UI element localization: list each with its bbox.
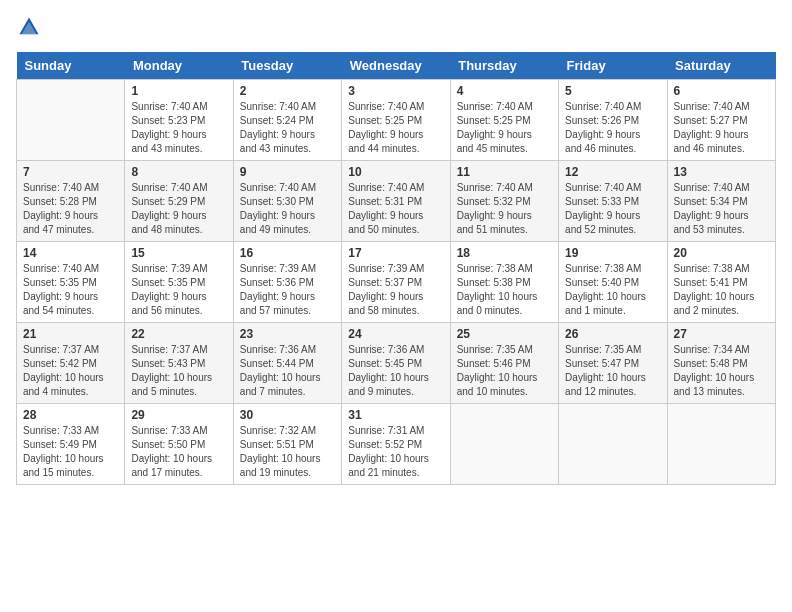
calendar-cell: 9Sunrise: 7:40 AM Sunset: 5:30 PM Daylig… xyxy=(233,161,341,242)
day-number: 30 xyxy=(240,408,335,422)
day-info: Sunrise: 7:40 AM Sunset: 5:27 PM Dayligh… xyxy=(674,100,769,156)
calendar-cell: 22Sunrise: 7:37 AM Sunset: 5:43 PM Dayli… xyxy=(125,323,233,404)
calendar-cell: 24Sunrise: 7:36 AM Sunset: 5:45 PM Dayli… xyxy=(342,323,450,404)
day-info: Sunrise: 7:40 AM Sunset: 5:23 PM Dayligh… xyxy=(131,100,226,156)
day-of-week-header: Saturday xyxy=(667,52,775,80)
calendar-cell: 13Sunrise: 7:40 AM Sunset: 5:34 PM Dayli… xyxy=(667,161,775,242)
day-info: Sunrise: 7:37 AM Sunset: 5:43 PM Dayligh… xyxy=(131,343,226,399)
day-of-week-header: Thursday xyxy=(450,52,558,80)
day-number: 20 xyxy=(674,246,769,260)
day-info: Sunrise: 7:35 AM Sunset: 5:47 PM Dayligh… xyxy=(565,343,660,399)
day-number: 8 xyxy=(131,165,226,179)
day-number: 24 xyxy=(348,327,443,341)
calendar-cell: 3Sunrise: 7:40 AM Sunset: 5:25 PM Daylig… xyxy=(342,80,450,161)
calendar-cell: 26Sunrise: 7:35 AM Sunset: 5:47 PM Dayli… xyxy=(559,323,667,404)
day-info: Sunrise: 7:40 AM Sunset: 5:28 PM Dayligh… xyxy=(23,181,118,237)
day-info: Sunrise: 7:39 AM Sunset: 5:36 PM Dayligh… xyxy=(240,262,335,318)
day-number: 22 xyxy=(131,327,226,341)
page-header xyxy=(16,16,776,42)
day-number: 14 xyxy=(23,246,118,260)
day-info: Sunrise: 7:37 AM Sunset: 5:42 PM Dayligh… xyxy=(23,343,118,399)
calendar-week-row: 21Sunrise: 7:37 AM Sunset: 5:42 PM Dayli… xyxy=(17,323,776,404)
calendar-header-row: SundayMondayTuesdayWednesdayThursdayFrid… xyxy=(17,52,776,80)
day-info: Sunrise: 7:38 AM Sunset: 5:40 PM Dayligh… xyxy=(565,262,660,318)
calendar-cell: 14Sunrise: 7:40 AM Sunset: 5:35 PM Dayli… xyxy=(17,242,125,323)
day-number: 13 xyxy=(674,165,769,179)
day-info: Sunrise: 7:38 AM Sunset: 5:38 PM Dayligh… xyxy=(457,262,552,318)
day-number: 2 xyxy=(240,84,335,98)
day-number: 6 xyxy=(674,84,769,98)
day-info: Sunrise: 7:34 AM Sunset: 5:48 PM Dayligh… xyxy=(674,343,769,399)
logo xyxy=(16,16,42,42)
day-of-week-header: Friday xyxy=(559,52,667,80)
day-of-week-header: Sunday xyxy=(17,52,125,80)
day-number: 25 xyxy=(457,327,552,341)
day-info: Sunrise: 7:40 AM Sunset: 5:34 PM Dayligh… xyxy=(674,181,769,237)
calendar-cell: 7Sunrise: 7:40 AM Sunset: 5:28 PM Daylig… xyxy=(17,161,125,242)
calendar-cell: 16Sunrise: 7:39 AM Sunset: 5:36 PM Dayli… xyxy=(233,242,341,323)
calendar-cell: 27Sunrise: 7:34 AM Sunset: 5:48 PM Dayli… xyxy=(667,323,775,404)
logo-icon xyxy=(18,16,40,38)
day-number: 4 xyxy=(457,84,552,98)
day-number: 17 xyxy=(348,246,443,260)
day-info: Sunrise: 7:40 AM Sunset: 5:29 PM Dayligh… xyxy=(131,181,226,237)
calendar-cell: 23Sunrise: 7:36 AM Sunset: 5:44 PM Dayli… xyxy=(233,323,341,404)
calendar-week-row: 28Sunrise: 7:33 AM Sunset: 5:49 PM Dayli… xyxy=(17,404,776,485)
day-info: Sunrise: 7:39 AM Sunset: 5:37 PM Dayligh… xyxy=(348,262,443,318)
calendar-cell: 2Sunrise: 7:40 AM Sunset: 5:24 PM Daylig… xyxy=(233,80,341,161)
day-info: Sunrise: 7:36 AM Sunset: 5:44 PM Dayligh… xyxy=(240,343,335,399)
day-info: Sunrise: 7:40 AM Sunset: 5:35 PM Dayligh… xyxy=(23,262,118,318)
calendar-cell: 15Sunrise: 7:39 AM Sunset: 5:35 PM Dayli… xyxy=(125,242,233,323)
day-number: 1 xyxy=(131,84,226,98)
day-number: 19 xyxy=(565,246,660,260)
day-info: Sunrise: 7:40 AM Sunset: 5:25 PM Dayligh… xyxy=(348,100,443,156)
calendar-cell xyxy=(450,404,558,485)
day-of-week-header: Monday xyxy=(125,52,233,80)
calendar-week-row: 7Sunrise: 7:40 AM Sunset: 5:28 PM Daylig… xyxy=(17,161,776,242)
day-number: 28 xyxy=(23,408,118,422)
calendar-cell: 18Sunrise: 7:38 AM Sunset: 5:38 PM Dayli… xyxy=(450,242,558,323)
day-info: Sunrise: 7:39 AM Sunset: 5:35 PM Dayligh… xyxy=(131,262,226,318)
calendar-cell: 21Sunrise: 7:37 AM Sunset: 5:42 PM Dayli… xyxy=(17,323,125,404)
day-of-week-header: Tuesday xyxy=(233,52,341,80)
calendar-cell: 20Sunrise: 7:38 AM Sunset: 5:41 PM Dayli… xyxy=(667,242,775,323)
day-number: 9 xyxy=(240,165,335,179)
calendar-cell: 30Sunrise: 7:32 AM Sunset: 5:51 PM Dayli… xyxy=(233,404,341,485)
calendar-cell: 6Sunrise: 7:40 AM Sunset: 5:27 PM Daylig… xyxy=(667,80,775,161)
day-number: 11 xyxy=(457,165,552,179)
day-of-week-header: Wednesday xyxy=(342,52,450,80)
day-number: 5 xyxy=(565,84,660,98)
calendar-cell: 17Sunrise: 7:39 AM Sunset: 5:37 PM Dayli… xyxy=(342,242,450,323)
day-info: Sunrise: 7:40 AM Sunset: 5:24 PM Dayligh… xyxy=(240,100,335,156)
day-info: Sunrise: 7:40 AM Sunset: 5:31 PM Dayligh… xyxy=(348,181,443,237)
day-number: 3 xyxy=(348,84,443,98)
day-info: Sunrise: 7:40 AM Sunset: 5:30 PM Dayligh… xyxy=(240,181,335,237)
day-info: Sunrise: 7:31 AM Sunset: 5:52 PM Dayligh… xyxy=(348,424,443,480)
day-number: 12 xyxy=(565,165,660,179)
calendar-cell: 29Sunrise: 7:33 AM Sunset: 5:50 PM Dayli… xyxy=(125,404,233,485)
calendar-cell: 1Sunrise: 7:40 AM Sunset: 5:23 PM Daylig… xyxy=(125,80,233,161)
day-number: 18 xyxy=(457,246,552,260)
calendar-cell: 31Sunrise: 7:31 AM Sunset: 5:52 PM Dayli… xyxy=(342,404,450,485)
day-info: Sunrise: 7:40 AM Sunset: 5:33 PM Dayligh… xyxy=(565,181,660,237)
calendar-cell: 4Sunrise: 7:40 AM Sunset: 5:25 PM Daylig… xyxy=(450,80,558,161)
day-number: 23 xyxy=(240,327,335,341)
day-number: 21 xyxy=(23,327,118,341)
day-info: Sunrise: 7:38 AM Sunset: 5:41 PM Dayligh… xyxy=(674,262,769,318)
calendar-cell: 11Sunrise: 7:40 AM Sunset: 5:32 PM Dayli… xyxy=(450,161,558,242)
day-number: 29 xyxy=(131,408,226,422)
calendar-table: SundayMondayTuesdayWednesdayThursdayFrid… xyxy=(16,52,776,485)
calendar-cell xyxy=(17,80,125,161)
day-info: Sunrise: 7:35 AM Sunset: 5:46 PM Dayligh… xyxy=(457,343,552,399)
day-number: 26 xyxy=(565,327,660,341)
day-info: Sunrise: 7:33 AM Sunset: 5:49 PM Dayligh… xyxy=(23,424,118,480)
day-number: 15 xyxy=(131,246,226,260)
calendar-cell: 28Sunrise: 7:33 AM Sunset: 5:49 PM Dayli… xyxy=(17,404,125,485)
calendar-cell: 12Sunrise: 7:40 AM Sunset: 5:33 PM Dayli… xyxy=(559,161,667,242)
day-number: 10 xyxy=(348,165,443,179)
day-info: Sunrise: 7:36 AM Sunset: 5:45 PM Dayligh… xyxy=(348,343,443,399)
day-info: Sunrise: 7:40 AM Sunset: 5:26 PM Dayligh… xyxy=(565,100,660,156)
calendar-week-row: 14Sunrise: 7:40 AM Sunset: 5:35 PM Dayli… xyxy=(17,242,776,323)
day-number: 31 xyxy=(348,408,443,422)
calendar-cell xyxy=(667,404,775,485)
